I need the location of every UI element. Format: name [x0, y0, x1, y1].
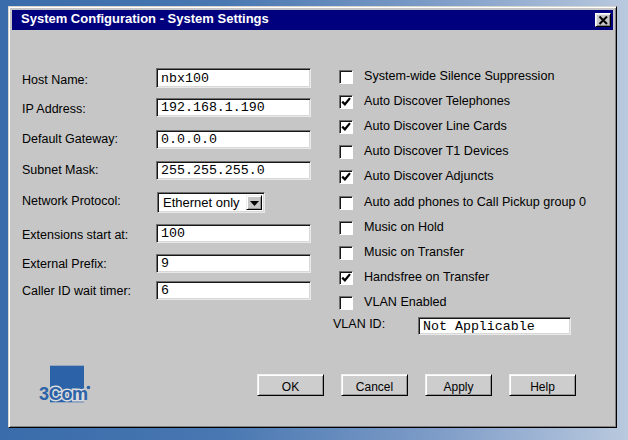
svg-text:3Com: 3Com	[39, 384, 88, 404]
